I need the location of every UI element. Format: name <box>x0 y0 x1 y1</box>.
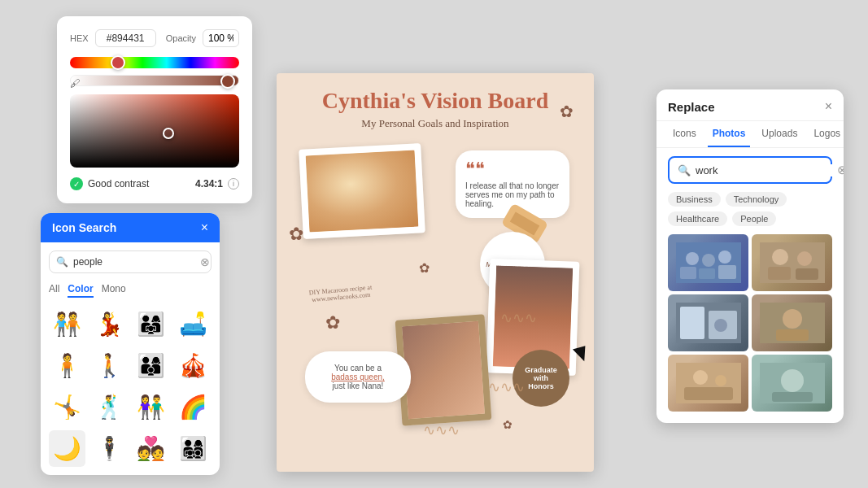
svg-rect-6 <box>718 265 736 279</box>
replace-panel: Replace × Icons Photos Uploads Logos 🔍 ⊗… <box>656 89 844 423</box>
photo-thumb-1[interactable] <box>668 234 748 291</box>
replace-tab-photos[interactable]: Photos <box>708 121 751 147</box>
icon-search-input[interactable] <box>73 256 195 268</box>
icon-item-8[interactable]: 🎪 <box>175 347 212 384</box>
tab-mono[interactable]: Mono <box>102 281 126 298</box>
opacity-thumb[interactable] <box>220 74 235 89</box>
macaroon-image <box>306 150 419 233</box>
svg-point-24 <box>781 369 804 392</box>
icon-item-12[interactable]: 🌈 <box>175 389 212 425</box>
category-people[interactable]: People <box>732 211 776 226</box>
photos-grid <box>656 234 844 423</box>
icon-filter-tabs: All Color Mono <box>49 281 212 298</box>
replace-search-icon: 🔍 <box>678 164 691 176</box>
replace-panel-header: Replace × <box>656 89 844 121</box>
icon-item-3[interactable]: 👨‍👩‍👧 <box>133 306 169 342</box>
icon-item-2[interactable]: 💃 <box>91 306 128 342</box>
icon-item-11[interactable]: 👫 <box>133 389 169 425</box>
vision-board-title: Cynthia's Vision Board <box>277 73 594 114</box>
svg-rect-13 <box>680 307 704 339</box>
photo-thumb-4[interactable] <box>752 294 832 351</box>
icon-item-4[interactable]: 🛋️ <box>175 306 212 342</box>
icon-search-header: Icon Search × <box>41 213 220 242</box>
flower-decor-1: ✿ <box>289 224 303 245</box>
icon-item-15[interactable]: 💑 <box>133 430 169 467</box>
replace-tab-uploads[interactable]: Uploads <box>757 121 802 147</box>
photo-thumb-3[interactable] <box>668 294 748 351</box>
opacity-label: Opacity <box>166 33 196 43</box>
vision-board-subtitle: My Personal Goals and Inspiration <box>277 117 594 130</box>
photo-thumb-6[interactable] <box>752 355 832 412</box>
diy-label: DIY Macaroon recipe atwww.newlacooks.com <box>308 284 373 304</box>
svg-point-1 <box>686 252 699 265</box>
icon-search-input-row: 🔍 ⊗ <box>49 251 212 273</box>
contrast-info-icon[interactable]: i <box>228 178 239 190</box>
tab-color[interactable]: Color <box>68 281 93 298</box>
rainbow-thumb[interactable] <box>111 55 125 70</box>
contrast-ratio: 4.34:1 <box>195 178 223 190</box>
replace-tab-logos[interactable]: Logos <box>809 121 844 147</box>
color-picker-panel: HEX Opacity 🖋 ✓ Good contrast 4.34:1 i <box>57 16 252 203</box>
you-can-bubble: You can be a badass queen, just like Nan… <box>305 351 411 403</box>
svg-point-20 <box>693 370 708 385</box>
replace-panel-close-button[interactable]: × <box>825 99 832 114</box>
gradient-area: 🖋 <box>70 94 239 168</box>
svg-point-9 <box>797 251 812 266</box>
icon-search-title: Icon Search <box>52 221 116 234</box>
icon-search-body: 🔍 ⊗ All Color Mono 🧑‍🤝‍🧑 💃 👨‍👩‍👧 🛋️ 🧍 🚶 … <box>41 242 220 475</box>
wave-decor-3: ∿∿∿ <box>500 309 537 327</box>
category-business[interactable]: Business <box>668 192 721 207</box>
svg-point-17 <box>783 309 802 329</box>
rainbow-slider[interactable] <box>70 57 239 68</box>
icon-item-13[interactable]: 🌙 <box>49 430 85 467</box>
svg-rect-18 <box>776 329 809 341</box>
svg-rect-11 <box>796 268 818 280</box>
replace-panel-tabs: Icons Photos Uploads Logos <box>656 121 844 148</box>
icon-item-7[interactable]: 👨‍👩‍👦 <box>133 347 169 384</box>
contrast-check-icon: ✓ <box>70 177 83 190</box>
photo-thumb-5[interactable] <box>668 355 748 412</box>
icon-search-panel: Icon Search × 🔍 ⊗ All Color Mono 🧑‍🤝‍🧑 💃… <box>41 213 220 475</box>
replace-search-clear-icon[interactable]: ⊗ <box>837 163 844 177</box>
quote-mark: ❝❝ <box>465 160 560 178</box>
opacity-input[interactable] <box>203 29 239 47</box>
vision-board: Cynthia's Vision Board My Personal Goals… <box>277 73 594 472</box>
icon-item-14[interactable]: 🕴️ <box>91 430 128 467</box>
opacity-slider[interactable] <box>70 75 239 86</box>
icon-item-5[interactable]: 🧍 <box>49 347 85 384</box>
replace-panel-title: Replace <box>668 100 715 114</box>
icons-grid: 🧑‍🤝‍🧑 💃 👨‍👩‍👧 🛋️ 🧍 🚶 👨‍👩‍👦 🎪 🤸 🕺 👫 🌈 🌙 🕴… <box>49 306 212 467</box>
badass-text: badass queen, <box>331 373 385 381</box>
svg-rect-5 <box>699 268 715 279</box>
category-technology[interactable]: Technology <box>726 192 787 207</box>
flower-decor-2: ✿ <box>419 260 430 276</box>
icon-search-clear-icon[interactable]: ⊗ <box>200 255 210 268</box>
icon-item-16[interactable]: 👨‍👩‍👧‍👦 <box>175 430 212 467</box>
icon-item-1[interactable]: 🧑‍🤝‍🧑 <box>49 306 85 342</box>
replace-search-input[interactable] <box>696 164 832 176</box>
category-healthcare[interactable]: Healthcare <box>668 211 727 226</box>
svg-rect-25 <box>772 392 813 402</box>
icon-search-close-button[interactable]: × <box>201 221 208 234</box>
color-gradient-box[interactable] <box>70 94 239 168</box>
wave-decor-1: ∿∿∿ <box>488 378 525 396</box>
icon-search-magnifier: 🔍 <box>56 256 68 268</box>
flower-decor-4: ✿ <box>325 312 340 333</box>
hex-input[interactable] <box>95 29 156 47</box>
svg-point-21 <box>715 375 726 386</box>
hex-opacity-row: HEX Opacity <box>70 29 239 47</box>
wave-decor-2: ∿∿∿ <box>423 421 460 439</box>
svg-rect-4 <box>680 267 696 279</box>
gradient-thumb[interactable] <box>163 128 174 139</box>
svg-rect-22 <box>684 387 733 400</box>
icon-item-9[interactable]: 🤸 <box>49 389 85 425</box>
photo-thumb-2[interactable] <box>752 234 832 291</box>
icon-item-10[interactable]: 🕺 <box>91 389 128 425</box>
replace-tab-icons[interactable]: Icons <box>668 121 701 147</box>
contrast-row: ✓ Good contrast 4.34:1 i <box>70 177 239 190</box>
eyedropper-icon[interactable]: 🖋 <box>70 77 81 89</box>
icon-item-6[interactable]: 🚶 <box>91 347 128 384</box>
tab-all[interactable]: All <box>49 281 59 298</box>
opacity-slider-row <box>70 75 239 86</box>
svg-point-3 <box>718 251 731 264</box>
